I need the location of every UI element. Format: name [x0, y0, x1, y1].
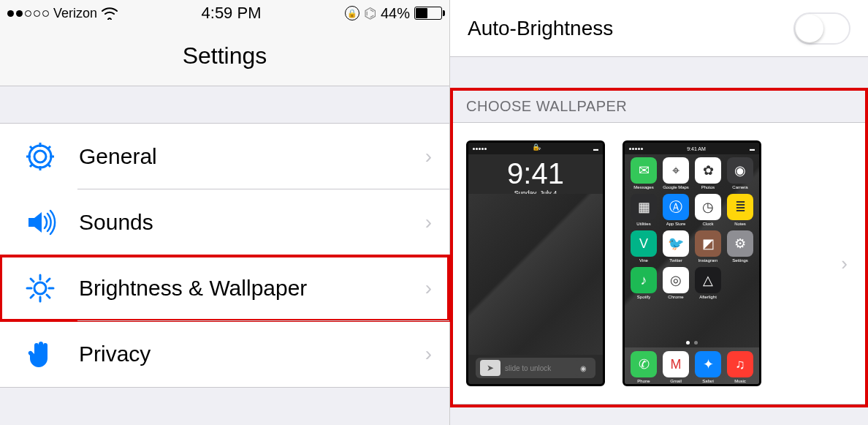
lock-icon: 🔒: [532, 143, 540, 151]
app-icon: VVine: [629, 230, 658, 263]
brightness-wallpaper-screen: Auto-Brightness CHOOSE WALLPAPER ᯤ 🔒 ▬ 9…: [450, 0, 868, 425]
lock-time: 9:41: [468, 159, 603, 188]
battery-percent: 44%: [381, 5, 410, 22]
hand-icon: [22, 336, 58, 372]
app-icon: ◉Camera: [726, 157, 755, 189]
settings-screen: Verizon 4:59 PM 🔒 ⌬ 44% Settings: [0, 0, 450, 425]
row-brightness-wallpaper[interactable]: Brightness & Wallpaper ›: [0, 255, 449, 321]
app-icon: ⌖Google Maps: [661, 157, 690, 189]
app-icon: ◎Chrome: [661, 267, 690, 299]
section-header: CHOOSE WALLPAPER: [453, 91, 865, 122]
orientation-lock-icon: 🔒: [345, 6, 359, 20]
nav-header: Settings: [0, 26, 449, 86]
dock-app-icon: ♫Music: [726, 351, 755, 383]
brightness-icon: [22, 270, 58, 306]
svg-point-2: [34, 282, 46, 294]
row-privacy[interactable]: Privacy ›: [0, 321, 449, 387]
choose-wallpaper-highlight: CHOOSE WALLPAPER ᯤ 🔒 ▬ 9:41 Sunday, July…: [453, 91, 865, 405]
chevron-right-icon: ›: [841, 252, 852, 275]
speaker-icon: [22, 204, 58, 241]
auto-brightness-toggle[interactable]: [793, 12, 850, 45]
bluetooth-icon: ⌬: [364, 4, 376, 22]
battery-icon: [414, 7, 442, 20]
row-label: Sounds: [79, 210, 425, 235]
app-icon: ⒶApp Store: [661, 194, 690, 226]
app-icon: ⚙Settings: [726, 230, 755, 263]
row-label: Privacy: [79, 342, 425, 366]
app-icon: ♪Spotify: [629, 267, 658, 299]
preview-clock: 9:41 AM: [687, 146, 706, 151]
row-label: General: [79, 144, 425, 169]
carrier-label: Verizon: [53, 6, 97, 21]
app-icon: ▦Utilities: [629, 194, 658, 226]
app-icon: ✿Photos: [693, 157, 723, 189]
homescreen-preview: 9:41 AM ▬ ✉Messages⌖Google Maps✿Photos◉C…: [623, 140, 761, 386]
gear-icon: [22, 138, 58, 175]
clock: 4:59 PM: [202, 4, 262, 23]
lockscreen-preview: ᯤ 🔒 ▬ 9:41 Sunday, July 4 ➤ slide to unl…: [466, 140, 605, 386]
dock-app-icon: ✆Phone: [629, 351, 658, 383]
app-icon: ✉Messages: [629, 157, 658, 189]
app-icon: ◩Instagram: [693, 230, 723, 263]
auto-brightness-row[interactable]: Auto-Brightness: [450, 0, 868, 57]
battery-icon: ▬: [750, 146, 755, 151]
page-title: Settings: [183, 42, 267, 69]
app-icon: ◷Clock: [693, 194, 723, 226]
slide-arrow-icon: ➤: [480, 360, 500, 376]
row-general[interactable]: General ›: [0, 124, 449, 189]
wifi-icon: [102, 7, 118, 20]
chevron-right-icon: ›: [425, 277, 432, 300]
app-icon: 🐦Twitter: [661, 230, 690, 263]
row-sounds[interactable]: Sounds ›: [0, 189, 449, 255]
battery-icon: ▬: [593, 146, 598, 151]
app-icon: △Afterlight: [693, 267, 723, 299]
chevron-right-icon: ›: [425, 211, 432, 234]
signal-dots: [7, 10, 49, 17]
auto-brightness-label: Auto-Brightness: [468, 17, 613, 40]
svg-point-0: [34, 151, 46, 162]
dock-app-icon: ✦Safari: [693, 351, 723, 383]
camera-icon: ◉: [575, 360, 591, 376]
chevron-right-icon: ›: [425, 342, 432, 366]
chevron-right-icon: ›: [425, 145, 432, 168]
settings-list: General › Sounds › Brightness & Wallpape…: [0, 123, 449, 388]
choose-wallpaper-row[interactable]: ᯤ 🔒 ▬ 9:41 Sunday, July 4 ➤ slide to unl…: [453, 122, 865, 405]
app-icon: ≣Notes: [726, 194, 755, 226]
dock-app-icon: MGmail: [661, 351, 690, 383]
status-bar: Verizon 4:59 PM 🔒 ⌬ 44%: [0, 0, 449, 26]
row-label: Brightness & Wallpaper: [79, 276, 425, 301]
slide-text: slide to unlock: [505, 364, 571, 372]
